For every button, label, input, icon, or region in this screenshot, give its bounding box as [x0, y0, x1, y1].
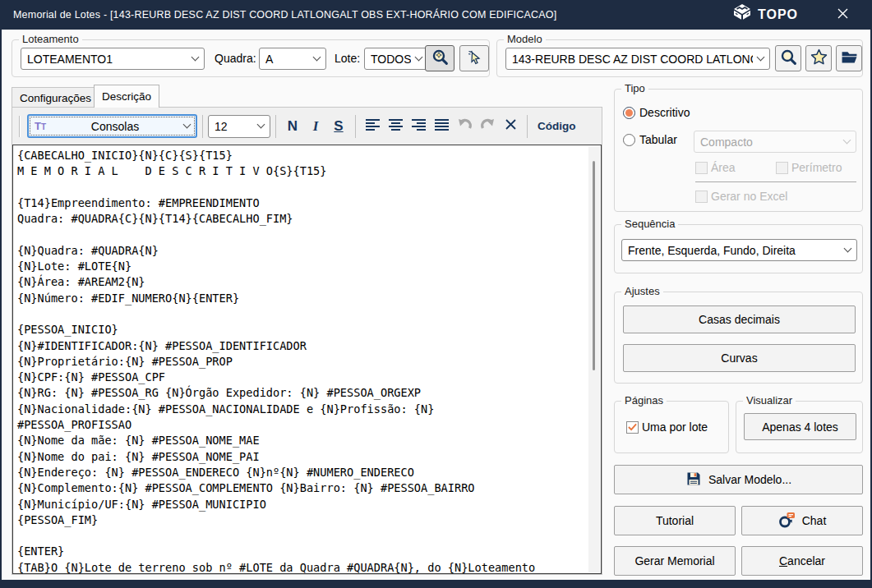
- template-editor[interactable]: {CABECALHO_INICIO}{N}{C}{S}{T15} M E M O…: [12, 145, 602, 574]
- italic-button[interactable]: I: [304, 115, 327, 138]
- search-model-button[interactable]: [775, 45, 801, 71]
- favorite-model-button[interactable]: [805, 45, 832, 71]
- group-paginas: Páginas Uma por lote: [614, 401, 729, 453]
- font-size-value: 12: [215, 120, 253, 133]
- group-tipo: Tipo Descritivo Tabular Compacto Área Pe…: [614, 89, 863, 212]
- radio-tabular[interactable]: Tabular: [623, 133, 677, 146]
- chevron-down-icon: [415, 53, 423, 62]
- quadra-select[interactable]: A: [259, 48, 326, 70]
- align-left-icon: [365, 118, 381, 134]
- editor-scrollbar[interactable]: [588, 146, 600, 572]
- tabular-style-select: Compacto: [694, 131, 856, 153]
- close-icon: [837, 7, 848, 22]
- group-ajustes-label: Ajustes: [621, 285, 663, 297]
- chevron-down-icon: [313, 53, 321, 62]
- chevron-down-icon: [843, 136, 851, 145]
- radio-descritivo-label: Descritivo: [639, 106, 690, 119]
- chat-icon: [778, 512, 796, 531]
- redo-button[interactable]: [476, 115, 499, 138]
- topo-logo-text: TOPO: [758, 7, 798, 22]
- radio-descritivo[interactable]: Descritivo: [623, 106, 690, 119]
- toolbar-separator: [275, 115, 276, 138]
- redo-icon: [480, 117, 496, 135]
- bold-button[interactable]: N: [281, 115, 304, 138]
- cursor-arrow-icon: [466, 48, 482, 68]
- clear-formatting-button[interactable]: [499, 115, 522, 138]
- align-justify-button[interactable]: [430, 115, 453, 138]
- search-icon: [780, 48, 797, 69]
- group-loteamento-label: Loteamento: [19, 33, 82, 45]
- group-tipo-label: Tipo: [621, 82, 648, 94]
- checkbox-perimetro-label: Perímetro: [791, 161, 842, 174]
- group-sequencia: Sequência Frente, Esquerda, Fundo, Direi…: [614, 224, 863, 273]
- font-family-select[interactable]: TT Consolas: [27, 114, 197, 138]
- font-icon: TT: [35, 120, 46, 132]
- chevron-down-icon: [257, 121, 265, 129]
- undo-button[interactable]: [453, 115, 476, 138]
- salvar-modelo-button[interactable]: Salvar Modelo...: [614, 465, 863, 494]
- checkbox-perimetro: Perímetro: [776, 161, 842, 174]
- salvar-modelo-label: Salvar Modelo...: [708, 473, 791, 486]
- open-model-button[interactable]: [836, 45, 862, 71]
- checkbox-uma-por-lote-label: Uma por lote: [642, 420, 708, 434]
- tipo-divider: [695, 181, 856, 182]
- tab-configuracoes-label: Configurações: [20, 92, 91, 104]
- radio-off-icon: [623, 134, 635, 146]
- tutorial-button[interactable]: Tutorial: [614, 506, 736, 535]
- gerar-memorial-label: Gerar Memorial: [634, 554, 714, 567]
- memorial-de-lotes-window: Memorial de Lotes - [143-REURB DESC AZ D…: [0, 0, 872, 588]
- underline-button[interactable]: S: [327, 115, 350, 138]
- modelo-select[interactable]: 143-REURB DESC AZ DIST COORD LATLONGALT …: [505, 48, 770, 70]
- loteamento-select[interactable]: LOTEAMENTO1: [21, 48, 205, 70]
- align-right-icon: [411, 118, 427, 134]
- tab-descricao[interactable]: Descrição: [94, 85, 159, 108]
- editor-scrollbar-thumb[interactable]: [593, 161, 595, 370]
- gerar-memorial-button[interactable]: Gerar Memorial: [614, 546, 736, 576]
- checkbox-checked-icon: [626, 421, 639, 434]
- chat-label: Chat: [802, 514, 827, 527]
- magnifier-globe-icon: [431, 48, 449, 69]
- group-modelo-label: Modelo: [504, 33, 546, 45]
- quadra-label: Quadra:: [215, 52, 256, 65]
- cancelar-label: Cancelar: [779, 554, 825, 567]
- code-button[interactable]: Código: [533, 120, 581, 132]
- checkbox-uma-por-lote[interactable]: Uma por lote: [626, 420, 708, 434]
- loteamento-value: LOTEAMENTO1: [27, 53, 187, 66]
- pick-lot-button[interactable]: [459, 45, 489, 71]
- group-modelo: Modelo 143-REURB DESC AZ DIST COORD LATL…: [496, 39, 863, 77]
- casas-decimais-button[interactable]: Casas decimais: [623, 305, 856, 333]
- toolbar-grip: [19, 116, 21, 137]
- topo-logo: TOPO: [731, 0, 798, 30]
- checkbox-area-label: Área: [711, 161, 736, 174]
- apenas-4-lotes-label: Apenas 4 lotes: [762, 420, 838, 434]
- x-icon: [505, 118, 517, 134]
- sequencia-select[interactable]: Frente, Esquerda, Fundo, Direita: [621, 239, 857, 261]
- bold-icon: N: [288, 118, 298, 135]
- apenas-4-lotes-button[interactable]: Apenas 4 lotes: [744, 413, 856, 440]
- lote-select[interactable]: TODOS: [364, 48, 428, 70]
- curvas-button[interactable]: Curvas: [623, 344, 856, 372]
- tabular-style-value: Compacto: [700, 136, 839, 149]
- chevron-down-icon: [757, 53, 765, 62]
- align-right-button[interactable]: [407, 115, 430, 138]
- tutorial-label: Tutorial: [656, 514, 694, 527]
- modelo-value: 143-REURB DESC AZ DIST COORD LATLONGALT …: [512, 53, 753, 66]
- undo-icon: [457, 117, 473, 135]
- title-bar: Memorial de Lotes - [143-REURB DESC AZ D…: [0, 0, 872, 30]
- cancelar-button[interactable]: Cancelar: [741, 546, 863, 576]
- align-left-button[interactable]: [361, 115, 384, 138]
- close-button[interactable]: [826, 0, 859, 30]
- tab-configuracoes[interactable]: Configurações: [12, 87, 99, 108]
- align-center-icon: [388, 118, 404, 134]
- chat-button[interactable]: Chat: [741, 506, 863, 535]
- chevron-down-icon: [183, 121, 191, 129]
- align-justify-icon: [434, 118, 450, 134]
- tab-descricao-label: Descrição: [102, 90, 151, 103]
- toolbar-separator: [355, 115, 356, 138]
- zoom-lots-button[interactable]: [425, 45, 454, 71]
- align-center-button[interactable]: [384, 115, 407, 138]
- checkbox-icon: [776, 162, 788, 174]
- star-icon: [810, 48, 828, 69]
- font-size-select[interactable]: 12: [208, 115, 270, 138]
- topo-logo-icon: [731, 2, 753, 27]
